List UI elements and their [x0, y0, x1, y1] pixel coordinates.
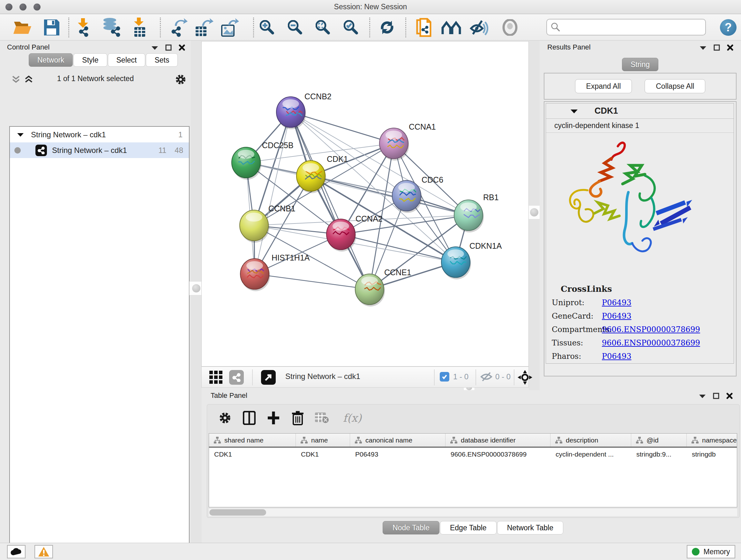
collapse-all-button[interactable]: Collapse All — [645, 79, 705, 93]
panel-menu-icon[interactable] — [699, 45, 706, 50]
crosslink-value[interactable]: P06493 — [602, 352, 631, 361]
results-scroll-area[interactable]: CDK1 cyclin-dependent kinase 1 CrossLink… — [544, 101, 737, 376]
crosslink-value[interactable]: 9606.ENSP00000378699 — [602, 325, 700, 334]
tab-sets[interactable]: Sets — [146, 53, 178, 67]
open-session-button[interactable] — [11, 17, 34, 38]
panel-float-icon[interactable] — [713, 393, 719, 399]
node-CDK1[interactable]: CDK1 — [296, 154, 348, 193]
node-CDKN1A[interactable]: CDKN1A — [441, 241, 502, 279]
expand-all-button[interactable]: Expand All — [575, 79, 632, 93]
crosslink-value[interactable]: 9606.ENSP00000378699 — [602, 338, 700, 348]
column-header-databaseidentifier[interactable]: database identifier — [446, 434, 550, 447]
panel-menu-icon[interactable] — [699, 393, 706, 398]
edge-CCNB2-CCNE1[interactable] — [291, 112, 369, 289]
edge-CDC25B-CDC6[interactable] — [246, 163, 407, 196]
panel-close-icon[interactable] — [179, 44, 185, 51]
tab-select[interactable]: Select — [108, 53, 145, 67]
section-header[interactable]: CDK1 — [546, 104, 734, 119]
hidden-eye-slash-icon[interactable] — [480, 372, 493, 381]
memory-button[interactable]: Memory — [687, 545, 735, 558]
panel-float-icon[interactable] — [165, 44, 172, 51]
crosslink-value[interactable]: P06493 — [602, 298, 631, 307]
function-builder-button[interactable]: f(x) — [338, 409, 367, 427]
right-splitter[interactable] — [529, 41, 540, 390]
tab-network[interactable]: Network — [29, 53, 73, 67]
save-session-button[interactable] — [41, 17, 63, 38]
open-in-browser-icon[interactable] — [261, 370, 276, 385]
network-row-selected[interactable]: String Network – cdk1 11 48 — [10, 142, 189, 158]
column-header-sharedname[interactable]: shared name — [209, 434, 296, 447]
import-network-from-database-button[interactable] — [100, 17, 123, 38]
show-hide-graphics-button[interactable] — [468, 17, 490, 38]
column-header-name[interactable]: name — [296, 434, 350, 447]
panel-menu-icon[interactable] — [151, 45, 158, 50]
string-badge-icon[interactable] — [229, 370, 244, 385]
birds-eye-grid-icon[interactable] — [209, 371, 223, 385]
table-row[interactable]: CDK1CDK1P064939606.ENSP00000378699cyclin… — [209, 448, 737, 461]
zoom-in-button[interactable] — [256, 17, 278, 38]
node-CCNE1[interactable]: CCNE1 — [355, 268, 411, 307]
cloud-status-button[interactable] — [7, 545, 25, 558]
add-column-button[interactable] — [265, 409, 282, 427]
network-canvas[interactable]: CCNB2CCNA1CDC25BCDK1CDC6RB1CCNB1CCNA2CDK… — [201, 41, 529, 367]
node-CCNB1[interactable]: CCNB1 — [240, 204, 295, 243]
edge-CDK1-RB1[interactable] — [311, 176, 468, 215]
export-network-button[interactable] — [167, 17, 190, 38]
zoom-out-button[interactable] — [284, 17, 307, 38]
column-header-description[interactable]: description — [550, 434, 631, 447]
node-HIST1H1A[interactable]: HIST1H1A — [240, 253, 310, 291]
tab-style[interactable]: Style — [73, 53, 107, 67]
export-image-button[interactable] — [219, 17, 241, 38]
gear-icon[interactable] — [175, 74, 186, 85]
fit-content-move-icon[interactable] — [518, 370, 532, 385]
collection-label: String Network – cdk1 — [31, 130, 106, 139]
first-neighbors-button[interactable] — [441, 17, 463, 38]
tab-edge-table[interactable]: Edge Table — [440, 521, 496, 535]
column-header-namespace[interactable]: namespace — [687, 434, 737, 447]
zoom-selected-button[interactable] — [340, 17, 362, 38]
hide-panel-button[interactable] — [499, 17, 521, 38]
node-RB1[interactable]: RB1 — [454, 193, 499, 233]
apply-layout-button[interactable] — [376, 17, 398, 38]
panel-float-icon[interactable] — [714, 44, 720, 51]
import-network-button[interactable] — [73, 17, 95, 38]
table-settings-button[interactable] — [216, 409, 234, 427]
column-header-id[interactable]: @id — [631, 434, 687, 447]
network-collection-row[interactable]: String Network – cdk1 1 — [10, 127, 189, 142]
table-horizontal-scrollbar[interactable] — [209, 509, 737, 516]
tab-network-table[interactable]: Network Table — [497, 521, 563, 535]
node-CCNA1[interactable]: CCNA1 — [380, 122, 436, 161]
node-label-CCNA2: CCNA2 — [355, 214, 383, 223]
node-label-CCNB2: CCNB2 — [305, 92, 332, 101]
show-columns-button[interactable] — [240, 409, 258, 427]
search-box[interactable] — [546, 19, 706, 36]
selected-checkbox-icon[interactable] — [440, 372, 449, 381]
search-input[interactable] — [560, 23, 697, 31]
edge-HIST1H1A-CCNE1[interactable] — [255, 274, 369, 289]
zoom-fit-button[interactable] — [312, 17, 334, 38]
crosslink-value[interactable]: P06493 — [602, 312, 631, 320]
edge-CCNB2-HIST1H1A[interactable] — [255, 112, 291, 274]
edge-CCNB2-CCNA1[interactable] — [291, 112, 394, 143]
right-splitter-handle[interactable] — [527, 205, 541, 219]
delete-table-button[interactable] — [313, 409, 331, 427]
tab-node-table[interactable]: Node Table — [383, 521, 440, 535]
duplicate-network-button[interactable] — [413, 17, 435, 38]
tab-string[interactable]: String — [622, 58, 658, 71]
left-splitter[interactable] — [191, 41, 202, 543]
help-button[interactable]: ? — [717, 17, 739, 38]
node-table[interactable]: shared namenamecanonical namedatabase id… — [209, 433, 737, 507]
delete-column-button[interactable] — [289, 409, 307, 427]
warnings-button[interactable] — [35, 545, 53, 558]
export-table-button[interactable] — [193, 17, 215, 38]
status-bar: Memory — [0, 543, 741, 560]
panel-close-icon[interactable] — [726, 393, 733, 399]
column-type-icon — [636, 437, 643, 444]
section-collapse-icon[interactable] — [570, 108, 578, 114]
column-header-canonicalname[interactable]: canonical name — [350, 434, 446, 447]
panel-close-icon[interactable] — [727, 44, 733, 51]
network-graph[interactable]: CCNB2CCNA1CDC25BCDK1CDC6RB1CCNB1CCNA2CDK… — [202, 42, 529, 366]
import-table-button[interactable] — [129, 17, 151, 38]
tree-expander-icon[interactable] — [17, 132, 24, 137]
scrollbar-thumb[interactable] — [209, 509, 266, 516]
